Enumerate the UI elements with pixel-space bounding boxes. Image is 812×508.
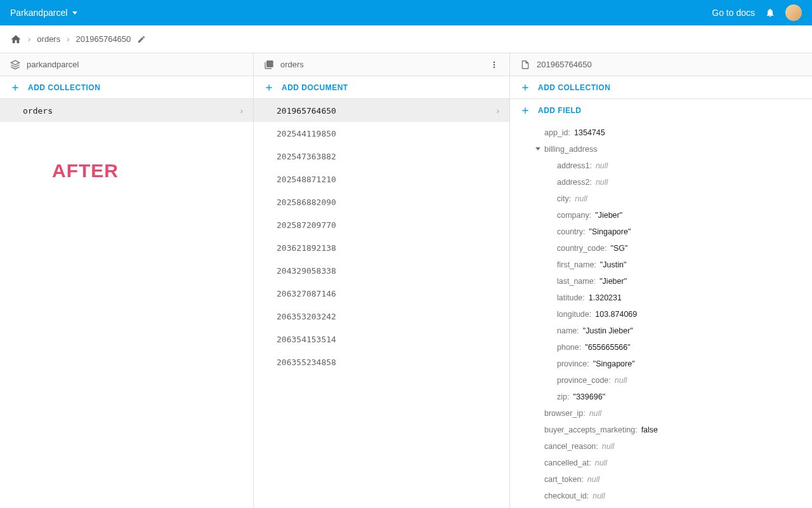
- field-row[interactable]: app_id: 1354745: [510, 124, 812, 141]
- field-key: longitude: [557, 309, 589, 320]
- avatar[interactable]: [785, 4, 802, 21]
- field-row[interactable]: browser_ip: null: [510, 405, 812, 422]
- field-row[interactable]: cancelled_at: null: [510, 455, 812, 471]
- list-item[interactable]: orders›: [0, 99, 253, 122]
- field-row[interactable]: address2: null: [510, 174, 812, 190]
- field-row[interactable]: checkout_id: null: [510, 488, 812, 504]
- field-row[interactable]: city: null: [510, 190, 812, 207]
- plus-icon: [520, 83, 530, 93]
- field-row[interactable]: longitude: 103.874069: [510, 306, 812, 323]
- add-collection-label: ADD COLLECTION: [538, 83, 610, 92]
- field-row[interactable]: billing_address: [510, 141, 812, 157]
- field-value: 103.874069: [595, 309, 637, 320]
- field-value: null: [596, 177, 608, 188]
- chevron-right-icon: ›: [240, 106, 243, 116]
- breadcrumb-item[interactable]: 201965764650: [76, 34, 131, 44]
- list-item[interactable]: 203621892138: [254, 236, 509, 259]
- list-item[interactable]: 202544119850: [254, 122, 509, 145]
- field-key: address2: [557, 177, 589, 188]
- plus-icon: [520, 105, 530, 116]
- bell-icon[interactable]: [765, 8, 775, 18]
- field-value: "Jieber": [595, 210, 622, 221]
- list-item[interactable]: 206355234858: [254, 351, 509, 373]
- field-row[interactable]: latitude: 1.320231: [510, 290, 812, 306]
- add-collection-button[interactable]: ADD COLLECTION: [510, 76, 812, 99]
- field-row[interactable]: country: "Singapore": [510, 224, 812, 240]
- field-key: province: [557, 358, 587, 370]
- panel-title: orders: [280, 60, 304, 69]
- chevron-down-icon: [72, 11, 77, 15]
- field-key: name: [557, 325, 577, 337]
- field-value: false: [641, 424, 658, 436]
- field-value: null: [596, 160, 608, 171]
- field-list: app_id: 1354745billing_addressaddress1: …: [510, 122, 812, 508]
- edit-icon[interactable]: [137, 35, 146, 44]
- field-key: cancel_reason: [544, 441, 596, 452]
- database-icon: [10, 60, 20, 70]
- field-row[interactable]: country_code: "SG": [510, 240, 812, 257]
- document-list: 201965764650›202544119850202547363882202…: [254, 99, 509, 508]
- collapse-icon[interactable]: [535, 147, 540, 150]
- field-row[interactable]: company: "Jieber": [510, 207, 812, 224]
- data-panels: parkandparcel ADD COLLECTION orders› AFT…: [0, 53, 812, 508]
- field-key: address1: [557, 160, 589, 171]
- home-icon[interactable]: [10, 34, 22, 45]
- list-item[interactable]: 201965764650›: [254, 99, 509, 122]
- field-row[interactable]: name: "Justin Jieber": [510, 323, 812, 339]
- field-row[interactable]: province: "Singapore": [510, 356, 812, 372]
- project-name: Parkandparcel: [10, 8, 67, 18]
- add-collection-button[interactable]: ADD COLLECTION: [0, 76, 253, 99]
- field-row[interactable]: phone: "655665566": [510, 339, 812, 356]
- field-value: "Singapore": [593, 358, 635, 370]
- panel-header: orders: [254, 53, 509, 76]
- list-item[interactable]: 202586882090: [254, 190, 509, 213]
- list-item[interactable]: 206327087146: [254, 282, 509, 305]
- list-item[interactable]: 206354153514: [254, 328, 509, 351]
- field-key: browser_ip: [544, 408, 583, 419]
- field-key: company: [557, 210, 589, 221]
- field-key: zip: [557, 391, 567, 403]
- collection-icon: [264, 60, 274, 70]
- add-field-label: ADD FIELD: [538, 106, 582, 115]
- list-item[interactable]: 202548871210: [254, 168, 509, 190]
- document-icon: [520, 60, 530, 70]
- field-row[interactable]: first_name: "Justin": [510, 257, 812, 273]
- field-key: country: [557, 226, 583, 237]
- chevron-right-icon: ›: [497, 106, 499, 116]
- field-value: null: [615, 375, 627, 386]
- project-selector[interactable]: Parkandparcel: [10, 8, 77, 18]
- field-row[interactable]: cart_token: null: [510, 471, 812, 488]
- field-value: "Singapore": [589, 226, 631, 237]
- field-key: country_code: [557, 243, 605, 254]
- field-row[interactable]: buyer_accepts_marketing: false: [510, 422, 812, 438]
- list-item[interactable]: 206353203242: [254, 305, 509, 328]
- field-row[interactable]: cancel_reason: null: [510, 438, 812, 455]
- field-key: cancelled_at: [544, 457, 589, 469]
- field-key: first_name: [557, 259, 594, 271]
- field-row[interactable]: address1: null: [510, 157, 812, 174]
- list-item[interactable]: 202587209770: [254, 213, 509, 236]
- chevron-right-icon: ›: [67, 34, 69, 44]
- more-vert-icon[interactable]: [489, 60, 499, 70]
- add-document-label: ADD DOCUMENT: [282, 83, 348, 92]
- docs-link[interactable]: Go to docs: [712, 8, 755, 18]
- breadcrumb: › orders › 201965764650: [0, 25, 812, 53]
- field-value: "Justin": [600, 259, 627, 271]
- list-item[interactable]: 204329058338: [254, 259, 509, 282]
- list-item[interactable]: 202547363882: [254, 145, 509, 168]
- add-collection-label: ADD COLLECTION: [28, 83, 100, 92]
- top-bar: Parkandparcel Go to docs: [0, 0, 812, 25]
- field-row[interactable]: zip: "339696": [510, 389, 812, 405]
- field-key: phone: [557, 342, 579, 353]
- field-row[interactable]: province_code: null: [510, 372, 812, 389]
- field-value: null: [575, 193, 587, 204]
- field-key: last_name: [557, 276, 594, 287]
- field-key: checkout_id: [544, 490, 587, 502]
- add-field-button[interactable]: ADD FIELD: [510, 99, 812, 122]
- plus-icon: [10, 83, 20, 93]
- field-value: null: [587, 474, 599, 485]
- field-row[interactable]: last_name: "Jieber": [510, 273, 812, 290]
- field-value: "Justin Jieber": [583, 325, 633, 337]
- add-document-button[interactable]: ADD DOCUMENT: [254, 76, 509, 99]
- breadcrumb-item[interactable]: orders: [37, 34, 60, 44]
